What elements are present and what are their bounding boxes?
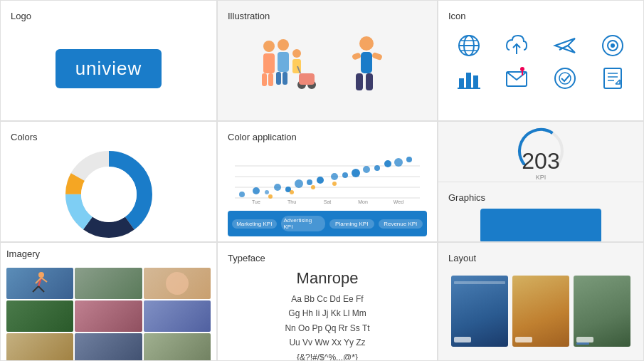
layout-thumb-1 <box>451 276 508 347</box>
imagery-item-5 <box>75 300 142 332</box>
figure-walking-icon <box>334 33 398 105</box>
svg-point-69 <box>394 158 403 167</box>
svg-point-74 <box>332 182 337 186</box>
target-icon-item <box>593 33 634 58</box>
svg-text:Sat: Sat <box>324 199 332 204</box>
svg-point-58 <box>274 184 281 191</box>
svg-point-73 <box>311 185 315 189</box>
logo-box: uniview <box>56 49 162 88</box>
imagery-item-7 <box>6 333 73 361</box>
svg-rect-2 <box>262 73 267 86</box>
globe-icon-item <box>448 33 490 58</box>
svg-point-50 <box>81 167 137 222</box>
type-line-4: Uu Vv Ww Xx Yy Zz <box>285 335 369 350</box>
donut-chart <box>63 148 155 241</box>
svg-text:Wed: Wed <box>394 199 403 204</box>
list-icon <box>600 66 625 91</box>
typeface-name: Manrope <box>297 269 359 288</box>
illustration-label: Illustration <box>228 11 427 21</box>
svg-line-85 <box>38 286 44 292</box>
svg-point-66 <box>363 166 370 173</box>
svg-rect-1 <box>263 53 275 73</box>
layout-content <box>448 269 633 350</box>
kpi-value: 203 <box>522 150 559 172</box>
figure-family-icon <box>256 33 320 105</box>
goal-icon <box>552 66 578 91</box>
layout-thumb-2 <box>512 276 569 347</box>
svg-text:Mon: Mon <box>358 199 368 204</box>
svg-point-4 <box>278 39 289 51</box>
svg-point-62 <box>317 177 324 184</box>
imagery-label: Imagery <box>6 248 211 259</box>
send-icon-item <box>544 33 586 58</box>
typeface-content: Manrope Aa Bb Cc Dd Ee Ff Gg Hh Ii Jj Kk… <box>228 269 427 361</box>
svg-rect-3 <box>268 73 273 86</box>
svg-rect-33 <box>473 75 478 88</box>
svg-point-63 <box>331 173 338 180</box>
svg-point-70 <box>406 157 412 162</box>
svg-point-64 <box>342 172 348 178</box>
logo-cell: Logo uniview <box>0 0 217 121</box>
send-icon <box>552 33 578 58</box>
status-pill-4: Revenue KPI <box>379 219 423 229</box>
filled-bar-graphic <box>480 209 601 242</box>
svg-line-87 <box>41 278 47 282</box>
svg-point-30 <box>611 43 615 48</box>
svg-point-0 <box>263 41 275 52</box>
kpi-unit: KPI <box>522 174 559 181</box>
runner-icon <box>26 269 54 298</box>
main-grid: Logo uniview Illustration <box>0 0 644 361</box>
donut-container <box>11 148 206 241</box>
imagery-item-6 <box>144 300 211 332</box>
svg-rect-32 <box>466 73 471 88</box>
logo-label: Logo <box>11 11 206 21</box>
icon-cell: Icon <box>438 0 644 121</box>
type-line-1: Aa Bb Cc Dd Ee Ff <box>285 292 369 306</box>
typeface-label: Typeface <box>228 253 427 263</box>
svg-point-88 <box>166 272 189 295</box>
right-col-2: 203 KPI Graphics <box>438 121 644 242</box>
status-pill-2: Advertising KPI <box>281 216 326 231</box>
colors-label: Colors <box>11 132 206 142</box>
svg-text:Tue: Tue <box>252 199 260 204</box>
logo-text: uniview <box>75 58 142 79</box>
color-app-content: Tue Thu Sat Mon Wed Marketing KPI Advert… <box>228 148 427 236</box>
layout-cell: Layout <box>438 242 644 361</box>
svg-line-84 <box>33 286 38 292</box>
svg-point-57 <box>265 190 269 194</box>
typeface-cell: Typeface Manrope Aa Bb Cc Dd Ee Ff Gg Hh… <box>217 242 438 361</box>
mail-icon-item <box>497 66 538 91</box>
color-application-cell: Color application <box>217 121 438 242</box>
target-icon <box>600 33 625 58</box>
svg-point-68 <box>384 160 391 167</box>
imagery-cell: Imagery <box>0 242 217 361</box>
svg-rect-12 <box>299 73 315 85</box>
svg-rect-7 <box>283 72 287 85</box>
imagery-item-4 <box>6 300 73 332</box>
kpi-wrapper: 203 KPI <box>512 122 569 181</box>
svg-rect-15 <box>361 52 372 73</box>
imagery-item-3 <box>144 268 211 299</box>
typeface-sample: Aa Bb Cc Dd Ee Ff Gg Hh Ii Jj Kk Ll Mm N… <box>285 292 369 361</box>
colors-cell: Colors <box>0 121 217 242</box>
imagery-item-2 <box>75 268 142 299</box>
cloud-icon-item <box>497 33 538 58</box>
svg-marker-26 <box>555 38 575 53</box>
svg-point-37 <box>520 67 524 71</box>
layout-thumb-3 <box>574 276 630 347</box>
svg-point-60 <box>295 179 303 188</box>
graphics-label: Graphics <box>448 192 633 203</box>
type-line-3: Nn Oo Pp Qq Rr Ss Tt <box>285 321 369 335</box>
layout-label: Layout <box>448 253 633 263</box>
imagery-item-8 <box>75 333 142 361</box>
icon-grid <box>448 33 633 91</box>
svg-rect-18 <box>352 52 361 61</box>
type-line-5: {&?!#/$^%...@*} <box>285 350 369 361</box>
svg-rect-19 <box>371 51 383 60</box>
svg-point-39 <box>559 73 571 84</box>
list-icon-item <box>593 66 634 91</box>
svg-rect-16 <box>356 73 363 90</box>
logo-container: uniview <box>11 27 206 110</box>
svg-rect-17 <box>366 73 373 90</box>
bar-chart-icon-item <box>448 66 490 91</box>
